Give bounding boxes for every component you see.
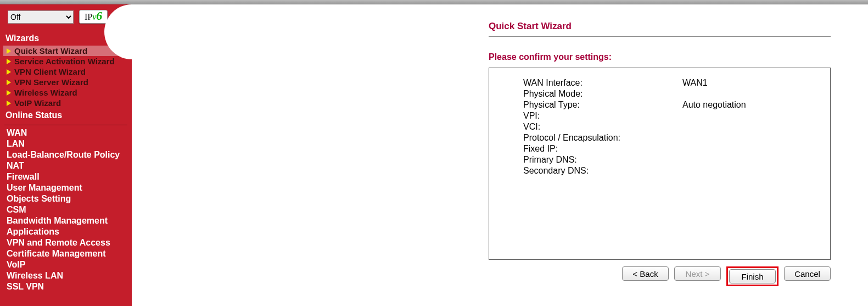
setting-row: Physical Mode: xyxy=(523,89,811,99)
ipv6-six-text: 6 xyxy=(96,12,102,20)
setting-key: Physical Mode: xyxy=(523,89,682,99)
sidebar-item-bandwidth-management[interactable]: Bandwidth Management xyxy=(3,215,128,226)
sidebar-item-wan[interactable]: WAN xyxy=(3,127,128,138)
setting-key: Protocol / Encapsulation: xyxy=(523,133,682,143)
setting-key: Fixed IP: xyxy=(523,144,682,154)
setting-key: Physical Type: xyxy=(523,100,682,110)
setting-key: VPI: xyxy=(523,111,682,121)
sidebar-item-wireless-lan[interactable]: Wireless LAN xyxy=(3,270,128,281)
sidebar-item-service-activation-wizard[interactable]: Service Activation Wizard xyxy=(3,56,128,66)
next-button[interactable]: Next > xyxy=(674,266,721,281)
sidebar-item-voip[interactable]: VoIP xyxy=(3,259,128,270)
setting-value: Auto negotiation xyxy=(682,100,811,110)
title-divider xyxy=(489,36,831,37)
sidebar-item-certificate-management[interactable]: Certificate Management xyxy=(3,248,128,259)
triangle-icon xyxy=(7,59,11,64)
sidebar-item-user-management[interactable]: User Management xyxy=(3,182,128,193)
sidebar-item-applications[interactable]: Applications xyxy=(3,226,128,237)
setting-value xyxy=(682,111,811,121)
cancel-button[interactable]: Cancel xyxy=(784,266,831,281)
sidebar-item-load-balance[interactable]: Load-Balance/Route Policy xyxy=(3,149,128,160)
sidebar-item-voip-wizard[interactable]: VoIP Wizard xyxy=(3,98,128,108)
sidebar: Off IPv6 Wizards Quick Start Wizard Serv… xyxy=(0,4,132,306)
setting-row: VCI: xyxy=(523,122,811,132)
main-content: Quick Start Wizard Please confirm your s… xyxy=(132,4,868,306)
sidebar-item-vpn-client-wizard[interactable]: VPN Client Wizard xyxy=(3,66,128,77)
page-title: Quick Start Wizard xyxy=(489,21,831,32)
setting-row: Secondary DNS: xyxy=(523,166,811,176)
sidebar-item-vpn-remote-access[interactable]: VPN and Remote Access xyxy=(3,237,128,248)
sidebar-item-lan[interactable]: LAN xyxy=(3,138,128,149)
setting-key: Primary DNS: xyxy=(523,155,682,165)
settings-box: WAN Interface:WAN1 Physical Mode: Physic… xyxy=(489,68,831,260)
sidebar-item-label: VPN Server Wizard xyxy=(14,77,88,87)
triangle-icon xyxy=(7,69,11,75)
sidebar-item-ssl-vpn[interactable]: SSL VPN xyxy=(3,281,128,292)
sidebar-item-label: Wireless Wizard xyxy=(14,88,77,97)
confirm-settings-subtitle: Please confirm your settings: xyxy=(489,52,831,62)
sidebar-item-label: VPN Client Wizard xyxy=(14,67,86,76)
wizard-buttons: < Back Next > Finish Cancel xyxy=(489,266,831,286)
setting-value xyxy=(682,89,811,99)
setting-value xyxy=(682,166,811,176)
ipv6-ip-text: IP xyxy=(85,12,92,22)
mode-select[interactable]: Off xyxy=(8,10,74,24)
setting-row: Fixed IP: xyxy=(523,144,811,154)
sidebar-item-label: Service Activation Wizard xyxy=(14,57,115,66)
online-status-heading[interactable]: Online Status xyxy=(3,108,128,123)
finish-highlight: Finish xyxy=(726,266,779,286)
sidebar-item-objects-setting[interactable]: Objects Setting xyxy=(3,193,128,204)
setting-value: WAN1 xyxy=(682,78,811,88)
setting-value xyxy=(682,122,811,132)
triangle-icon xyxy=(7,90,11,96)
setting-row: VPI: xyxy=(523,111,811,121)
setting-row: WAN Interface:WAN1 xyxy=(523,78,811,88)
setting-key: VCI: xyxy=(523,122,682,132)
sidebar-item-csm[interactable]: CSM xyxy=(3,204,128,215)
sidebar-item-firewall[interactable]: Firewall xyxy=(3,171,128,182)
setting-key: Secondary DNS: xyxy=(523,166,682,176)
setting-row: Physical Type:Auto negotiation xyxy=(523,100,811,110)
ipv6-v-text: v xyxy=(92,12,96,22)
triangle-icon xyxy=(7,80,11,85)
setting-key: WAN Interface: xyxy=(523,78,682,88)
setting-value xyxy=(682,155,811,165)
sidebar-item-wireless-wizard[interactable]: Wireless Wizard xyxy=(3,87,128,98)
sidebar-item-label: Quick Start Wizard xyxy=(14,46,87,55)
finish-button[interactable]: Finish xyxy=(729,269,776,283)
ipv6-button[interactable]: IPv6 xyxy=(79,10,108,24)
setting-value xyxy=(682,133,811,143)
sidebar-item-label: VoIP Wizard xyxy=(14,98,61,108)
setting-row: Primary DNS: xyxy=(523,155,811,165)
setting-row: Protocol / Encapsulation: xyxy=(523,133,811,143)
sidebar-item-nat[interactable]: NAT xyxy=(3,160,128,171)
sidebar-item-vpn-server-wizard[interactable]: VPN Server Wizard xyxy=(3,77,128,87)
triangle-icon xyxy=(7,48,11,54)
top-bar xyxy=(0,0,868,4)
back-button[interactable]: < Back xyxy=(622,266,669,281)
triangle-icon xyxy=(7,101,11,106)
nav-divider xyxy=(4,125,127,125)
setting-value xyxy=(682,144,811,154)
